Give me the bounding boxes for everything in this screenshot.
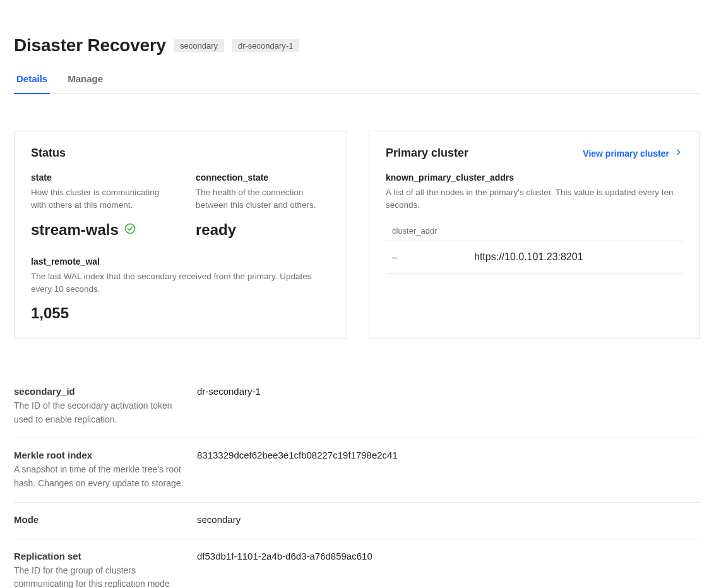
known-primary-addrs-desc: A list of all the nodes in the primary's… <box>386 186 683 212</box>
svg-point-0 <box>125 224 134 233</box>
info-left: Merkle root index A snapshot in time of … <box>14 450 197 490</box>
replication-set-value: df53db1f-1101-2a4b-d6d3-a76d859ac610 <box>197 551 700 561</box>
known-primary-addrs-label: known_primary_cluster_addrs <box>386 172 683 183</box>
connection-state-label: connection_state <box>196 172 330 183</box>
connection-state-block: connection_state The health of the conne… <box>196 172 330 239</box>
status-grid: state How this cluster is communicating … <box>31 172 330 239</box>
view-primary-cluster-label: View primary cluster <box>583 148 669 159</box>
primary-card-title: Primary cluster <box>386 147 468 160</box>
secondary-id-label: secondary_id <box>14 386 184 397</box>
last-remote-wal-value: 1,055 <box>31 304 69 322</box>
title-row: Disaster Recovery secondary dr-secondary… <box>14 35 700 56</box>
role-badge: secondary <box>174 39 224 52</box>
info-left: Replication set The ID for the group of … <box>14 551 197 588</box>
id-badge: dr-secondary-1 <box>232 39 299 52</box>
page-title: Disaster Recovery <box>14 35 166 56</box>
last-remote-wal-block: last_remote_wal The last WAL index that … <box>31 256 330 323</box>
addr-index-cell: – <box>392 251 474 262</box>
status-card-title: Status <box>31 147 66 160</box>
info-list: secondary_id The ID of the secondary act… <box>14 375 700 588</box>
last-remote-wal-desc: The last WAL index that the secondary re… <box>31 270 330 296</box>
addr-value-cell: https://10.0.101.23:8201 <box>474 251 583 263</box>
list-item: Mode secondary <box>14 503 700 539</box>
tab-details[interactable]: Details <box>14 67 50 94</box>
table-row: – https://10.0.101.23:8201 <box>386 241 683 273</box>
merkle-root-label: Merkle root index <box>14 450 184 460</box>
status-card-header: Status <box>31 147 330 160</box>
cards-row: Status state How this cluster is communi… <box>14 131 700 339</box>
secondary-id-value: dr-secondary-1 <box>197 386 700 397</box>
info-left: secondary_id The ID of the secondary act… <box>14 386 197 426</box>
tab-manage[interactable]: Manage <box>65 67 105 94</box>
list-item: Replication set The ID for the group of … <box>14 539 700 588</box>
view-primary-cluster-link[interactable]: View primary cluster <box>583 148 683 159</box>
state-desc: How this cluster is communicating with o… <box>31 186 165 212</box>
primary-cluster-card: Primary cluster View primary cluster kno… <box>369 131 700 339</box>
status-card: Status state How this cluster is communi… <box>14 131 347 339</box>
merkle-root-value: 8313329dcef62bee3e1cfb08227c19f1798e2c41 <box>197 450 700 460</box>
replication-set-desc: The ID for the group of clusters communi… <box>14 564 184 588</box>
chevron-right-icon <box>674 148 683 159</box>
list-item: Merkle root index A snapshot in time of … <box>14 438 700 502</box>
mode-value: secondary <box>197 514 700 525</box>
tabs: Details Manage <box>14 67 700 94</box>
info-left: Mode <box>14 514 197 527</box>
list-item: secondary_id The ID of the secondary act… <box>14 375 700 438</box>
check-circle-icon <box>124 221 136 239</box>
secondary-id-desc: The ID of the secondary activation token… <box>14 399 184 426</box>
last-remote-wal-label: last_remote_wal <box>31 256 330 267</box>
primary-card-header: Primary cluster View primary cluster <box>386 147 683 160</box>
connection-state-value: ready <box>196 221 236 239</box>
cluster-addr-column-header: cluster_addr <box>386 221 683 241</box>
known-primary-addrs-block: known_primary_cluster_addrs A list of al… <box>386 172 683 273</box>
replication-set-label: Replication set <box>14 551 184 561</box>
state-text: stream-wals <box>31 221 119 239</box>
merkle-root-desc: A snapshot in time of the merkle tree's … <box>14 463 184 490</box>
state-label: state <box>31 172 165 183</box>
cluster-addr-table: cluster_addr – https://10.0.101.23:8201 <box>386 221 683 273</box>
page-header: Disaster Recovery secondary dr-secondary… <box>14 15 700 94</box>
state-value: stream-wals <box>31 221 136 239</box>
connection-state-desc: The health of the connection between thi… <box>196 186 330 212</box>
state-block: state How this cluster is communicating … <box>31 172 165 239</box>
mode-label: Mode <box>14 514 184 525</box>
